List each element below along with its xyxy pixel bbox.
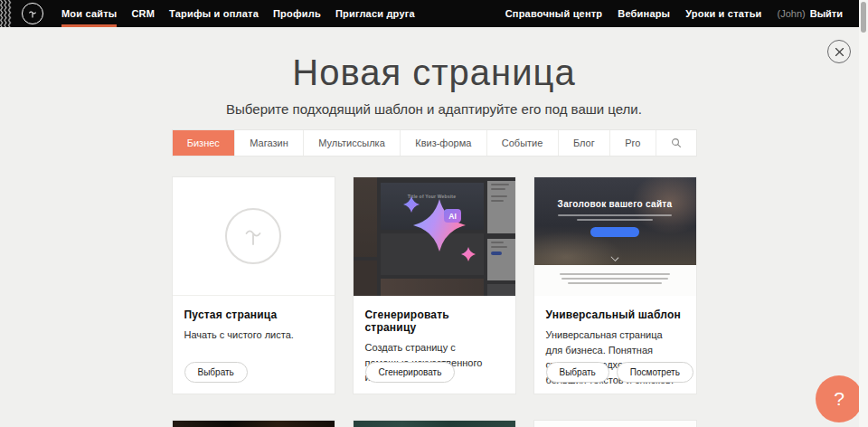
tab-store[interactable]: Магазин [235,130,304,156]
template-text-section [534,265,696,296]
card-template-partial[interactable] [533,420,697,427]
secondary-nav: Справочный центр Вебинары Уроки и статьи… [505,0,843,27]
card-actions: Выбрать [184,362,248,383]
template-hero-subtext-line [577,219,653,221]
question-mark-icon: ? [834,388,844,410]
preview-template-button[interactable]: Посмотреть [617,362,693,383]
ai-badge: AI [444,209,461,223]
tab-pro[interactable]: Pro [610,130,656,156]
tilda-watermark-icon [225,208,281,264]
card-title: Сгенерировать страницу [365,308,504,334]
nav-help-center[interactable]: Справочный центр [505,0,603,27]
template-hero-subtext-line [558,214,672,216]
card-universal-template[interactable]: Заголовок вашего сайта Универсальный шаб… [533,176,697,394]
search-icon [671,138,682,148]
tab-business[interactable]: Бизнес [173,130,236,156]
account-logout[interactable]: (John) Выйти [778,0,843,27]
tilda-logo-icon [25,6,40,21]
page-subtitle: Выберите подходящий шаблон и адаптируйте… [172,101,697,117]
card-template-partial[interactable] [172,420,335,427]
main-nav: Мои сайты CRM Тарифы и оплата Профиль Пр… [61,0,415,27]
scrollbar-thumb[interactable] [861,2,866,33]
nav-lessons-articles[interactable]: Уроки и статьи [685,0,761,27]
chevron-down-icon [611,253,619,261]
template-thumbnail [354,421,515,427]
template-paragraph-line [561,278,668,280]
card-blank-page[interactable]: Пустая страница Начать с чистого листа. … [172,176,335,394]
template-cta-button [590,227,639,237]
template-hero-preview: Заголовок вашего сайта [534,177,696,265]
template-paragraph-line [568,282,662,284]
ai-sparkle-icon: AI [354,177,515,296]
template-hero-heading: Заголовок вашего сайта [534,177,696,209]
card-actions: Сгенерировать [365,362,456,383]
card-body: Пустая страница Начать с чистого листа. [173,296,335,343]
template-paragraph-line [560,273,670,275]
help-button[interactable]: ? [816,375,863,422]
logout-link[interactable]: Выйти [810,8,843,19]
page-scrollbar[interactable] [859,0,868,427]
template-cards-grid: Пустая страница Начать с чистого листа. … [172,176,697,427]
modal-close-button[interactable] [827,40,851,63]
template-thumbnail [534,421,696,427]
ai-generate-thumbnail: Title of Your Website [354,177,515,296]
topbar: Мои сайты CRM Тарифы и оплата Профиль Пр… [0,0,859,27]
tab-quiz-form[interactable]: Квиз-форма [401,130,487,156]
tilda-logo[interactable] [22,3,43,24]
tab-search[interactable] [656,130,696,156]
nav-invite-friend[interactable]: Пригласи друга [335,0,415,27]
generate-button[interactable]: Сгенерировать [365,362,456,383]
nav-webinars[interactable]: Вебинары [618,0,670,27]
card-actions: Выбрать Посмотреть [546,362,693,383]
card-template-partial[interactable] [353,420,516,427]
template-thumbnail [173,421,335,427]
new-page-modal: Новая страница Выберите подходящий шабло… [172,52,697,427]
nav-my-sites[interactable]: Мои сайты [61,0,117,27]
card-title: Универсальный шаблон [546,308,684,321]
account-name: (John) [778,8,806,19]
svg-text:AI: AI [448,212,457,221]
universal-template-thumbnail: Заголовок вашего сайта [534,177,696,296]
select-blank-button[interactable]: Выбрать [184,362,248,383]
card-ai-generate[interactable]: Title of Your Website [353,176,516,394]
tab-event[interactable]: Событие [487,130,559,156]
tab-blog[interactable]: Блог [559,130,610,156]
template-category-tabs: Бизнес Магазин Мультиссылка Квиз-форма С… [172,129,697,157]
select-template-button[interactable]: Выбрать [546,362,609,383]
card-description: Начать с чистого листа. [184,327,323,343]
topbar-zigzag-pattern [0,0,12,27]
card-title: Пустая страница [184,308,323,321]
page-title: Новая страница [172,52,697,94]
nav-crm[interactable]: CRM [131,0,155,27]
nav-profile[interactable]: Профиль [273,0,321,27]
tab-multilink[interactable]: Мультиссылка [304,130,401,156]
blank-page-thumbnail [173,177,335,296]
close-icon [835,47,844,57]
nav-plans-payment[interactable]: Тарифы и оплата [169,0,259,27]
